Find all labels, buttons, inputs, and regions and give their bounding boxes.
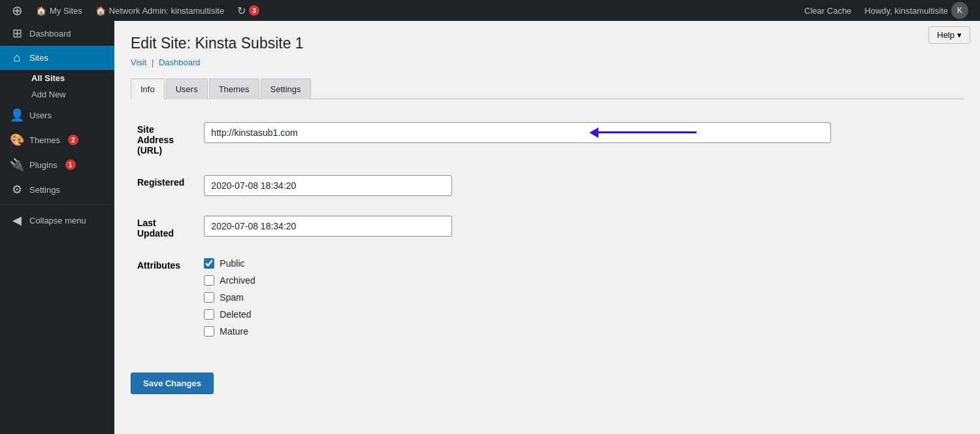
save-changes-button[interactable]: Save Changes — [131, 373, 214, 394]
checkbox-mature-label: Mature — [220, 326, 248, 337]
last-updated-input[interactable] — [204, 216, 452, 237]
themes-icon: 🎨 — [10, 133, 24, 147]
help-button[interactable]: Help ▾ — [928, 26, 970, 44]
arrow-head-icon — [589, 127, 598, 138]
help-chevron-icon: ▾ — [957, 30, 962, 40]
updates-menu[interactable]: ↻ 3 — [231, 0, 266, 21]
sidebar-sites-label: Sites — [29, 53, 48, 63]
users-icon: 👤 — [10, 108, 24, 122]
site-address-row: Site Address (URL) — [131, 112, 838, 165]
site-address-input[interactable] — [204, 122, 831, 143]
registered-label: Registered — [137, 177, 184, 188]
update-count-badge: 3 — [249, 5, 259, 16]
sidebar-item-plugins[interactable]: 🔌 Plugins 1 — [0, 152, 114, 177]
checkbox-public-input[interactable] — [204, 258, 214, 269]
sidebar-item-themes[interactable]: 🎨 Themes 2 — [0, 127, 114, 152]
site-address-label: Site Address (URL) — [137, 124, 174, 156]
network-admin-label: Network Admin: kinstamultisite — [109, 6, 224, 16]
sidebar-item-settings[interactable]: ⚙ Settings — [0, 177, 114, 202]
attributes-row: Attributes Public Archived — [131, 248, 838, 353]
plugins-badge: 1 — [65, 159, 76, 170]
sidebar-item-users[interactable]: 👤 Users — [0, 103, 114, 127]
my-sites-menu[interactable]: 🏠 My Sites — [29, 0, 89, 21]
admin-bar: ⊕ 🏠 My Sites 🏠 Network Admin: kinstamult… — [0, 0, 980, 21]
collapse-icon: ◀ — [10, 213, 24, 227]
url-input-wrap — [204, 122, 831, 143]
settings-icon: ⚙ — [10, 182, 24, 197]
clear-cache-button[interactable]: Clear Cache — [798, 0, 858, 21]
sidebar-item-dashboard[interactable]: ⊞ Dashboard — [0, 21, 114, 46]
sidebar-settings-label: Settings — [29, 185, 60, 195]
updates-icon: ↻ — [237, 5, 246, 17]
checkbox-deleted[interactable]: Deleted — [204, 309, 831, 320]
tab-users[interactable]: Users — [166, 78, 208, 99]
checkbox-archived-label: Archived — [220, 275, 255, 286]
sidebar-users-label: Users — [29, 110, 52, 120]
arrow-annotation — [589, 127, 696, 138]
wp-logo-button[interactable]: ⊕ — [5, 0, 29, 21]
collapse-label: Collapse menu — [29, 216, 86, 225]
registered-row: Registered — [131, 165, 838, 206]
checkbox-deleted-label: Deleted — [220, 309, 251, 320]
sidebar-plugins-label: Plugins — [29, 160, 57, 170]
help-label: Help — [937, 30, 955, 40]
sidebar: ⊞ Dashboard ⌂ Sites All Sites Add New 👤 … — [0, 21, 114, 434]
network-admin-menu[interactable]: 🏠 Network Admin: kinstamultisite — [89, 0, 231, 21]
dashboard-link[interactable]: Dashboard — [159, 58, 201, 67]
checkbox-archived-input[interactable] — [204, 275, 214, 286]
sidebar-item-sites[interactable]: ⌂ Sites — [0, 46, 114, 70]
checkbox-deleted-input[interactable] — [204, 309, 214, 320]
checkbox-spam-input[interactable] — [204, 292, 214, 303]
last-updated-label: Last Updated — [137, 218, 174, 239]
checkbox-mature[interactable]: Mature — [204, 326, 831, 337]
dashboard-icon: ⊞ — [10, 26, 24, 41]
add-new-label: Add New — [31, 90, 66, 99]
checkbox-public[interactable]: Public — [204, 258, 831, 269]
tab-themes[interactable]: Themes — [209, 78, 259, 99]
howdy-label: Howdy, kinstamultisite — [864, 6, 948, 16]
themes-badge: 2 — [68, 135, 78, 145]
page-title: Edit Site: Kinsta Subsite 1 — [131, 34, 964, 54]
howdy-menu[interactable]: Howdy, kinstamultisite K — [858, 0, 975, 21]
submit-section: Save Changes — [131, 366, 964, 401]
form-table: Site Address (URL) — [131, 112, 838, 353]
tab-settings[interactable]: Settings — [261, 78, 311, 99]
attributes-label: Attributes — [137, 260, 180, 271]
sidebar-collapse-button[interactable]: ◀ Collapse menu — [0, 208, 114, 233]
sidebar-divider — [0, 205, 114, 205]
visit-link[interactable]: Visit — [131, 58, 146, 67]
sidebar-dashboard-label: Dashboard — [29, 29, 71, 39]
main-content: Edit Site: Kinsta Subsite 1 Visit | Dash… — [114, 21, 980, 434]
link-separator: | — [152, 58, 154, 67]
sites-icon: ⌂ — [10, 51, 24, 65]
checkbox-mature-input[interactable] — [204, 326, 214, 337]
user-avatar: K — [951, 2, 968, 19]
sidebar-themes-label: Themes — [29, 135, 60, 145]
registered-input[interactable] — [204, 175, 452, 196]
clear-cache-label: Clear Cache — [804, 6, 851, 16]
network-admin-home-icon: 🏠 — [95, 6, 106, 16]
checkbox-spam-label: Spam — [220, 292, 244, 303]
tab-bar: Info Users Themes Settings — [131, 78, 964, 99]
checkbox-archived[interactable]: Archived — [204, 275, 831, 286]
checkbox-public-label: Public — [220, 258, 244, 269]
last-updated-row: Last Updated — [131, 206, 838, 248]
arrow-line — [598, 131, 696, 133]
sidebar-subitem-all-sites[interactable]: All Sites — [0, 70, 114, 86]
my-sites-home-icon: 🏠 — [36, 6, 46, 16]
wp-logo-icon: ⊕ — [12, 3, 23, 18]
page-links: Visit | Dashboard — [131, 58, 964, 67]
checkbox-spam[interactable]: Spam — [204, 292, 831, 303]
plugins-icon: 🔌 — [10, 158, 24, 172]
all-sites-label: All Sites — [31, 73, 65, 83]
tab-info[interactable]: Info — [131, 78, 165, 99]
sidebar-subitem-add-new[interactable]: Add New — [0, 86, 114, 103]
my-sites-label: My Sites — [50, 6, 82, 16]
